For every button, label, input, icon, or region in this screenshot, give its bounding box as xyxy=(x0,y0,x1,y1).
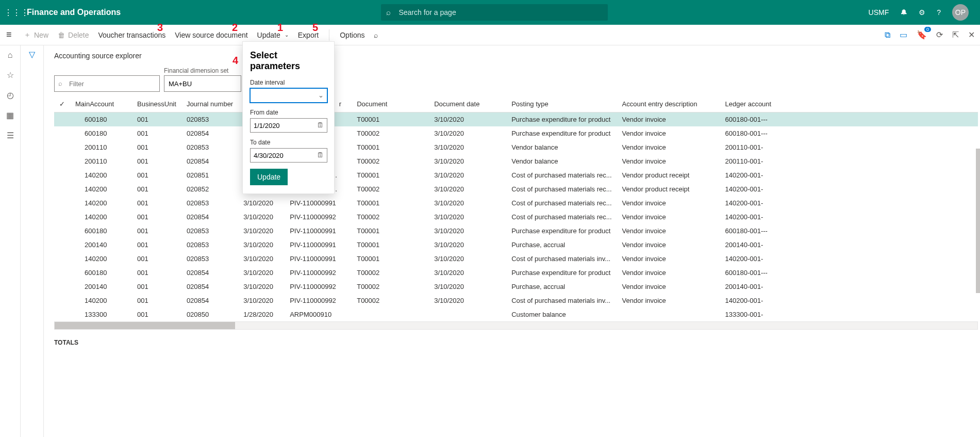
workspaces-icon[interactable]: ▦ xyxy=(6,110,14,120)
row-selector[interactable] xyxy=(54,238,70,252)
close-icon[interactable]: ✕ xyxy=(968,30,975,40)
col-journal-number[interactable]: Journal number xyxy=(181,96,238,112)
cell-business-unit: 001 xyxy=(132,266,181,280)
table-row[interactable]: 6001800010208543,0000992T000023/10/2020P… xyxy=(54,126,978,140)
attachments-icon[interactable]: 🔖0 xyxy=(917,30,927,40)
gear-icon[interactable]: ⚙ xyxy=(919,8,925,17)
company-selector[interactable]: USMF xyxy=(869,8,889,17)
delete-button[interactable]: 🗑Delete xyxy=(58,31,89,39)
cell-document-date: 3/10/2020 xyxy=(429,224,506,238)
row-selector[interactable] xyxy=(54,140,70,154)
popout-icon[interactable]: ⇱ xyxy=(952,30,959,40)
cell-posting-type: Customer balance xyxy=(506,307,617,321)
cell-journal-number: 020854 xyxy=(181,294,238,307)
help-icon[interactable]: ? xyxy=(937,8,941,17)
table-row[interactable]: 1402000010208533/10/2020PIV-110000991T00… xyxy=(54,196,978,210)
row-selector[interactable] xyxy=(54,196,70,210)
cell-date: 3/10/2020 xyxy=(238,280,285,294)
table-row[interactable]: 6001800010208533/10/2020PIV-110000991T00… xyxy=(54,224,978,238)
select-all-header[interactable]: ✓ xyxy=(54,96,70,112)
date-interval-input[interactable] xyxy=(250,88,327,103)
options-button[interactable]: Options xyxy=(340,31,364,39)
table-row[interactable]: 6001800010208533,0000991T000013/10/2020P… xyxy=(54,112,978,127)
cell-date: 3/10/2020 xyxy=(238,196,285,210)
cell-document: T00001 xyxy=(352,238,429,252)
dimension-set-input[interactable] xyxy=(164,75,241,92)
row-selector[interactable] xyxy=(54,168,70,182)
table-row[interactable]: 1402000010208543/10/2020PIV-110000992T00… xyxy=(54,294,978,307)
cell-date: 3/10/2020 xyxy=(238,252,285,266)
cell-voucher: PIV-110000991 xyxy=(285,238,352,252)
action-search-button[interactable]: ⌕ xyxy=(374,31,378,39)
modules-icon[interactable]: ☰ xyxy=(7,131,14,140)
col-posting-type[interactable]: Posting type xyxy=(506,96,617,112)
table-row[interactable]: 1333000010208501/28/2020ARPM000910Custom… xyxy=(54,307,978,321)
calendar-icon[interactable]: 🗓 xyxy=(317,121,324,129)
col-business-unit[interactable]: BusinessUnit xyxy=(132,96,181,112)
link-icon[interactable]: ⧉ xyxy=(885,30,890,40)
row-selector[interactable] xyxy=(54,307,70,321)
row-selector[interactable] xyxy=(54,266,70,280)
cell-account-entry-desc: Vendor invoice xyxy=(617,294,720,307)
home-icon[interactable]: ⌂ xyxy=(8,51,13,60)
table-row[interactable]: 2001400010208543/10/2020PIV-110000992T00… xyxy=(54,280,978,294)
table-row[interactable]: 1402000010208543/10/2020PIV-110000992T00… xyxy=(54,210,978,224)
topbar: ⋮⋮⋮ Finance and Operations ⌕ USMF 🔔︎ ⚙ ?… xyxy=(0,0,980,25)
from-date-input[interactable] xyxy=(250,118,327,133)
table-row[interactable]: 2001100010208543,0000992T000023/10/2020V… xyxy=(54,154,978,168)
avatar[interactable]: OP xyxy=(952,4,969,21)
funnel-icon: ▽ xyxy=(29,50,35,437)
cell-account-entry-desc: Vendor invoice xyxy=(617,112,720,127)
app-launcher-icon[interactable]: ⋮⋮⋮ xyxy=(4,8,22,18)
calendar-icon[interactable]: 🗓 xyxy=(317,151,324,159)
favorite-icon[interactable]: ☆ xyxy=(7,70,14,80)
row-selector[interactable] xyxy=(54,112,70,127)
chevron-down-icon[interactable]: ⌄ xyxy=(318,91,324,99)
search-icon: ⌕ xyxy=(374,31,378,39)
cell-main-account: 600180 xyxy=(70,126,132,140)
col-account-entry-desc[interactable]: Account entry description xyxy=(617,96,720,112)
col-document-date[interactable]: Document date xyxy=(429,96,506,112)
row-selector[interactable] xyxy=(54,280,70,294)
table-row[interactable]: 1402000010208513/10/2020PRV-1000000...T0… xyxy=(54,168,978,182)
new-button[interactable]: ＋New xyxy=(24,30,48,40)
table-row[interactable]: 2001100010208533,0000991T000013/10/2020V… xyxy=(54,140,978,154)
cell-document xyxy=(352,307,429,321)
table-row[interactable]: 1402000010208533/10/2020PIV-110000991T00… xyxy=(54,252,978,266)
horizontal-scrollbar[interactable] xyxy=(54,321,978,330)
grid-filter-input[interactable] xyxy=(54,75,160,92)
cell-business-unit: 001 xyxy=(132,126,181,140)
row-selector[interactable] xyxy=(54,294,70,307)
chevron-down-icon: ⌄ xyxy=(285,32,289,38)
refresh-icon[interactable]: ⟳ xyxy=(936,30,943,40)
table-row[interactable]: 1402000010208523/10/2020PRV-1000000...T0… xyxy=(54,182,978,196)
table-row[interactable]: 2001400010208533/10/2020PIV-110000991T00… xyxy=(54,238,978,252)
cell-document: T00001 xyxy=(352,168,429,182)
row-selector[interactable] xyxy=(54,126,70,140)
recent-icon[interactable]: ◴ xyxy=(7,90,14,100)
filter-pane-toggle[interactable]: ▽ xyxy=(21,45,44,437)
row-selector[interactable] xyxy=(54,182,70,196)
cell-journal-number: 020851 xyxy=(181,168,238,182)
col-main-account[interactable]: MainAccount xyxy=(70,96,132,112)
cell-business-unit: 001 xyxy=(132,307,181,321)
col-document[interactable]: Document xyxy=(352,96,429,112)
global-search-input[interactable] xyxy=(381,4,608,21)
bell-icon[interactable]: 🔔︎ xyxy=(900,8,907,17)
row-selector[interactable] xyxy=(54,154,70,168)
row-selector[interactable] xyxy=(54,224,70,238)
to-date-input[interactable] xyxy=(250,148,327,163)
col-ledger-account[interactable]: Ledger account xyxy=(720,96,978,112)
hamburger-icon[interactable]: ≡ xyxy=(6,29,12,40)
update-menu-button[interactable]: Update⌄ xyxy=(257,31,289,39)
plus-icon: ＋ xyxy=(24,30,31,40)
office-icon[interactable]: ▭ xyxy=(900,30,907,40)
table-row[interactable]: 6001800010208543/10/2020PIV-110000992T00… xyxy=(54,266,978,280)
row-selector[interactable] xyxy=(54,252,70,266)
row-selector[interactable] xyxy=(54,210,70,224)
export-button[interactable]: Export xyxy=(298,31,319,39)
view-source-document-button[interactable]: View source document xyxy=(175,31,247,39)
voucher-transactions-button[interactable]: Voucher transactions xyxy=(98,31,165,39)
update-button[interactable]: Update xyxy=(250,169,288,185)
vertical-scrollbar[interactable] xyxy=(976,149,980,293)
